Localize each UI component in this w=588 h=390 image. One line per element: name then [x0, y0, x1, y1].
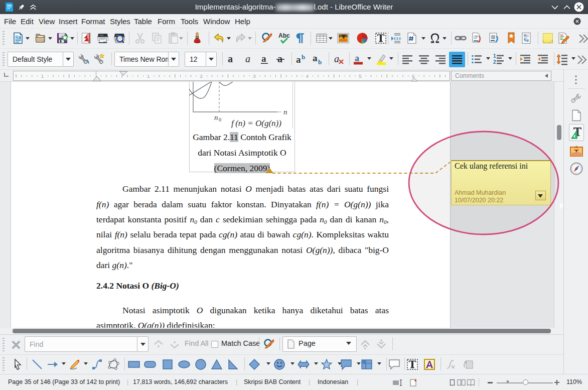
svg-text:*: *	[414, 378, 417, 384]
svg-text:a: a	[277, 53, 282, 64]
svg-text:b: b	[302, 53, 305, 61]
svg-text:1: 1	[147, 73, 150, 79]
svg-text:2: 2	[493, 59, 496, 65]
svg-text:4: 4	[306, 73, 309, 79]
svg-text:Abc: Abc	[278, 32, 290, 39]
svg-text:a: a	[355, 53, 359, 63]
svg-text:3: 3	[253, 73, 255, 79]
svg-text:1: 1	[493, 53, 496, 59]
svg-text:a: a	[334, 53, 339, 64]
svg-text:b: b	[318, 58, 322, 65]
svg-text:a: a	[296, 54, 301, 65]
svg-text:a: a	[228, 53, 233, 64]
svg-text:a: a	[261, 53, 266, 64]
svg-text:2: 2	[200, 73, 203, 79]
svg-text:1: 1	[41, 73, 44, 79]
svg-text:a: a	[313, 53, 318, 63]
svg-text:a: a	[245, 53, 250, 64]
svg-text:5: 5	[359, 73, 361, 79]
